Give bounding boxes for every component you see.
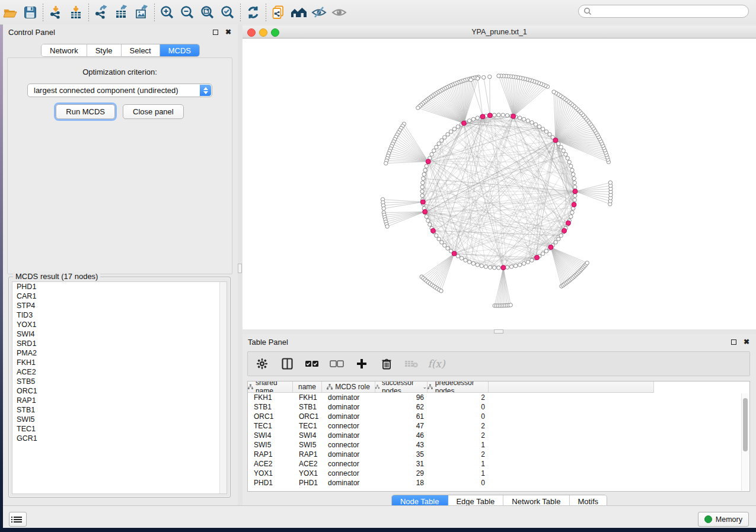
table-row[interactable]: YOX1YOX1connector291 — [248, 469, 749, 478]
graph-node[interactable] — [557, 237, 560, 241]
graph-hub-node[interactable] — [501, 265, 506, 270]
graph-node[interactable] — [559, 145, 563, 149]
zoom-in-button[interactable] — [157, 2, 177, 23]
graph-hub-node[interactable] — [548, 245, 553, 249]
table-row[interactable]: SWI5SWI5connector431 — [248, 440, 749, 450]
graph-node[interactable] — [382, 207, 385, 210]
table-settings-button[interactable] — [255, 357, 269, 371]
graph-node[interactable] — [432, 149, 436, 152]
graph-node[interactable] — [493, 266, 496, 270]
close-panel-icon[interactable]: ✖ — [224, 28, 232, 36]
graph-node[interactable] — [572, 172, 575, 176]
mcds-result-item[interactable]: ACE2 — [12, 367, 227, 377]
graph-node[interactable] — [569, 164, 573, 168]
graph-node[interactable] — [509, 303, 512, 307]
refresh-view-button[interactable] — [243, 2, 263, 23]
graph-node[interactable] — [518, 116, 522, 120]
select-all-button[interactable] — [305, 357, 319, 371]
table-row[interactable]: TEC1TEC1connector472 — [248, 421, 749, 431]
tab-select[interactable]: Select — [122, 44, 160, 56]
column-header-predecessor-nodes[interactable]: predecessor nodes — [428, 382, 489, 393]
graph-node[interactable] — [554, 241, 557, 244]
graph-hub-node[interactable] — [480, 114, 485, 119]
graph-node[interactable] — [570, 168, 574, 172]
graph-node[interactable] — [469, 78, 473, 82]
mcds-result-item[interactable]: ORC1 — [12, 386, 227, 396]
graph-node[interactable] — [608, 181, 612, 184]
graph-node[interactable] — [423, 168, 427, 172]
column-header-shared-name[interactable]: shared name — [248, 382, 293, 393]
graph-node[interactable] — [385, 225, 389, 228]
mcds-result-item[interactable]: STP4 — [12, 301, 227, 310]
delete-table-button[interactable] — [404, 357, 419, 371]
graph-node[interactable] — [452, 127, 456, 131]
graph-node[interactable] — [518, 263, 522, 267]
graph-hub-node[interactable] — [511, 114, 516, 118]
graph-node[interactable] — [548, 133, 551, 136]
graph-node[interactable] — [541, 252, 544, 255]
graph-node[interactable] — [526, 260, 529, 264]
graph-node[interactable] — [435, 233, 438, 237]
hide-selected-button[interactable] — [309, 2, 329, 23]
graph-node[interactable] — [428, 223, 432, 226]
import-table-button[interactable] — [66, 2, 86, 23]
network-view-canvas[interactable] — [243, 39, 756, 329]
graph-hub-node[interactable] — [461, 121, 466, 126]
memory-button[interactable]: Memory — [698, 512, 749, 527]
mcds-result-item[interactable]: STB1 — [12, 405, 227, 415]
graph-node[interactable] — [471, 117, 475, 121]
delete-columns-button[interactable] — [379, 357, 394, 371]
mcds-result-item[interactable]: GCR1 — [12, 434, 227, 443]
graph-node[interactable] — [467, 260, 471, 264]
graph-node[interactable] — [530, 258, 534, 262]
close-panel-icon[interactable]: ✖ — [742, 338, 751, 346]
graph-hub-node[interactable] — [566, 220, 570, 225]
graph-hub-node[interactable] — [535, 255, 540, 260]
graph-node[interactable] — [585, 261, 589, 265]
graph-node[interactable] — [541, 127, 544, 131]
graph-node[interactable] — [505, 114, 509, 117]
graph-hub-node[interactable] — [420, 200, 425, 204]
graph-node[interactable] — [497, 113, 500, 117]
graph-node[interactable] — [573, 194, 577, 197]
graph-node[interactable] — [437, 237, 441, 241]
zoom-fit-button[interactable] — [197, 2, 218, 23]
show-hidden-button[interactable] — [329, 2, 349, 23]
table-row[interactable]: PHD1PHD1dominator180 — [248, 478, 749, 488]
graph-node[interactable] — [480, 264, 483, 268]
graph-node[interactable] — [573, 198, 576, 201]
graph-node[interactable] — [446, 246, 449, 250]
export-table-button[interactable] — [111, 2, 132, 23]
graph-node[interactable] — [476, 263, 479, 267]
graph-node[interactable] — [544, 130, 548, 133]
graph-node[interactable] — [476, 116, 479, 120]
scrollbar-thumb[interactable] — [743, 398, 748, 451]
export-network-button[interactable] — [91, 2, 111, 23]
graph-node[interactable] — [573, 185, 577, 189]
mcds-result-item[interactable]: SWI4 — [12, 329, 227, 339]
graph-node[interactable] — [471, 262, 475, 265]
graph-node[interactable] — [562, 149, 565, 152]
graph-node[interactable] — [497, 74, 500, 78]
mcds-result-item[interactable]: STB5 — [12, 377, 227, 386]
mcds-result-item[interactable]: SRD1 — [12, 339, 227, 348]
graph-node[interactable] — [573, 181, 576, 184]
graph-node[interactable] — [464, 258, 467, 262]
graph-node[interactable] — [425, 164, 428, 168]
graph-node[interactable] — [557, 142, 560, 145]
add-column-button[interactable] — [355, 357, 369, 371]
graph-node[interactable] — [476, 76, 479, 80]
mcds-result-item[interactable]: PHD1 — [12, 282, 227, 291]
graph-node[interactable] — [467, 119, 471, 123]
graph-node[interactable] — [426, 219, 430, 222]
graph-node[interactable] — [509, 265, 513, 268]
export-image-button[interactable] — [132, 2, 152, 23]
graph-node[interactable] — [443, 243, 446, 247]
graph-node[interactable] — [526, 119, 529, 123]
graph-node[interactable] — [421, 181, 425, 184]
graph-node[interactable] — [530, 121, 534, 124]
run-mcds-button[interactable]: Run MCDS — [56, 104, 115, 119]
graph-node[interactable] — [456, 125, 460, 129]
deselect-all-button[interactable] — [330, 357, 344, 371]
graph-node[interactable] — [569, 214, 573, 218]
